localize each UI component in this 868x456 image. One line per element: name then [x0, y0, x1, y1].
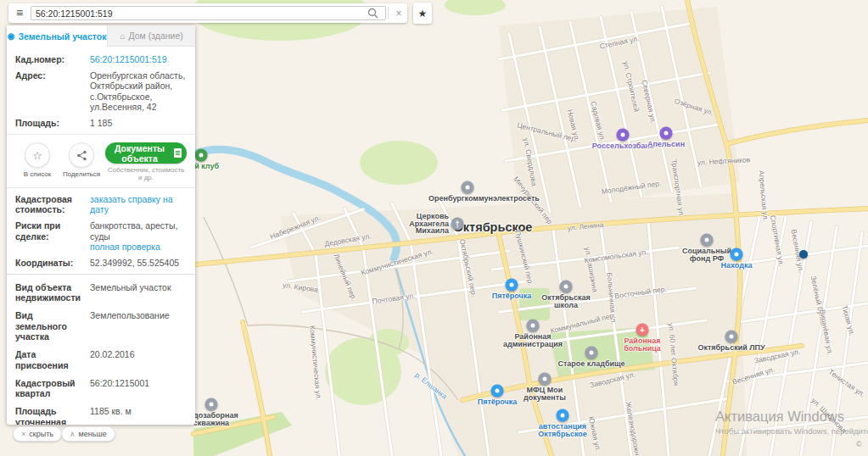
row-value-text: 1 185: [90, 118, 112, 128]
row-label: Кад.номер:: [15, 54, 90, 65]
object-documents-button[interactable]: Документы объекта: [105, 142, 187, 164]
info-row: Риски при сделке:банкротства, аресты, су…: [15, 220, 187, 253]
search-icon[interactable]: [364, 8, 381, 19]
orenburgkommunelektroset-label: Оренбургкоммунэлектросеть: [428, 195, 507, 203]
row-label: Вид объекта недвижимости: [15, 282, 90, 303]
street-label-36: Тенистая ул.: [827, 368, 867, 399]
row-value-text: Земельный участок: [90, 282, 171, 292]
staroe-kladbishche-icon[interactable]: [585, 347, 598, 359]
street-label-7: ул. Свердлова: [522, 137, 539, 186]
share-button[interactable]: Поделиться: [59, 142, 104, 178]
tab-land-parcel[interactable]: ◉ Земельный участок: [7, 25, 107, 47]
church-arhangela-mihaila-icon[interactable]: †: [451, 218, 464, 231]
row-label: Дата присвоения: [15, 349, 90, 370]
row-value-link[interactable]: 56:20:1215001:519: [90, 54, 167, 64]
street-label-6: Садовая ул.: [589, 100, 607, 142]
row-label: Вид земельного участка: [15, 310, 90, 342]
street-label-38: Железнодорожная ул.: [624, 401, 645, 456]
object-info-panel: ◉ Земельный участок ⌂ Дом (здание) Кад.н…: [7, 25, 195, 425]
orenburgkommunelektroset-icon[interactable]: [462, 181, 474, 194]
street-label-18: Линейный пер.: [332, 253, 358, 302]
row-value: Земельный участок: [90, 282, 187, 303]
favorites-button[interactable]: ★: [413, 3, 432, 24]
row-value-text: 56:20:1215001: [90, 378, 149, 388]
land-parcel-icon: ◉: [8, 31, 15, 41]
socialnyy-fond-rf-icon[interactable]: [701, 234, 714, 247]
street-label-20: Октябрьский пер.: [458, 238, 479, 298]
apelsin-label: Апельсин: [647, 141, 685, 148]
pyaterochka-south-icon[interactable]: [491, 385, 504, 398]
rows-info: Кадастровая стоимость:заказать справку н…: [15, 194, 187, 269]
info-row: Кадастровая стоимость:заказать справку н…: [15, 194, 187, 215]
rayonnaya-bolnica-icon[interactable]: +: [636, 324, 649, 336]
row-value: 56:20:1215001:519: [90, 54, 187, 65]
info-row: Вид объекта недвижимостиЗемельный участо…: [15, 282, 187, 303]
rows-main: Кад.номер:56:20:1215001:519Адрес:Оренбур…: [15, 54, 187, 129]
less-label: меньше: [79, 430, 107, 438]
oktyabrskaya-shkola-icon[interactable]: [560, 281, 573, 293]
street-label-17: Почтовая ул.: [372, 291, 416, 305]
app-window: Октябрьское Степная ул.ул. СтроителейСев…: [0, 0, 868, 456]
street-label-25: Восточный пер.: [614, 285, 668, 300]
street-label-0: Степная ул.: [599, 34, 640, 51]
info-row: Площадь:1 185: [15, 118, 187, 129]
row-value: банкротства, аресты, судыполная проверка: [90, 220, 187, 253]
staroe-kladbishche-label: Старое кладбище: [557, 360, 624, 368]
info-row: Дата присвоения20.02.2016: [15, 349, 187, 370]
add-to-list-label: В список: [15, 170, 59, 178]
row-label: Координаты:: [15, 258, 90, 269]
nahodka-icon[interactable]: [731, 248, 743, 261]
row-value-text: банкротства, аресты, суды: [90, 220, 177, 242]
rosselhozbank-icon[interactable]: [617, 129, 630, 142]
copyright-mark: ©: [856, 440, 862, 448]
pyaterochka-south-label: Пятёрочка: [478, 398, 518, 406]
country-club-icon[interactable]: [195, 149, 208, 162]
mfc-moi-dokumenty-icon[interactable]: [539, 373, 552, 386]
street-label-14: Набережная ул.: [269, 214, 322, 242]
row-label: Площадь:: [15, 118, 90, 129]
search-input[interactable]: [36, 8, 364, 19]
share-label: Поделиться: [59, 170, 104, 178]
star-icon[interactable]: ☆: [25, 142, 50, 168]
nahodka-label: Находка: [721, 262, 753, 270]
street-label-37: ул. Шибанова: [809, 396, 848, 434]
rayonnaya-administraciya-icon[interactable]: [527, 320, 540, 332]
street-label-30: ул. 60 лет Октября: [667, 323, 680, 386]
docs-button-label: Документы объекта: [110, 143, 169, 164]
street-label-3: Озёрная ул.: [674, 97, 714, 117]
street-label-2: Северная ул.: [641, 79, 658, 124]
share-icon[interactable]: [69, 142, 94, 168]
street-label-22: ул. Каширина: [583, 247, 599, 293]
info-row: Кад.номер:56:20:1215001:519: [15, 54, 187, 65]
vodozabornaya-skvazhina-icon[interactable]: [205, 398, 218, 411]
hide-panel-button[interactable]: × скрыть: [13, 426, 62, 442]
row-value: 1 185: [90, 118, 187, 129]
row-value-text: Землепользование: [90, 310, 170, 320]
tab-building[interactable]: ⌂ Дом (здание): [107, 25, 195, 47]
row-value: 56:20:1215001: [90, 378, 187, 399]
river-label-41: р. Елшанка: [413, 370, 449, 401]
oktyabrskiy-lpu-icon[interactable]: [725, 331, 738, 343]
divider: [388, 8, 389, 19]
oktyabrskiy-lpu-label: Октябрьский ЛПУ: [697, 344, 764, 352]
info-row: Площадь уточненная1185 кв. м: [15, 406, 187, 425]
row-link[interactable]: заказать справку на дату: [90, 194, 173, 215]
pyaterochka-north-icon[interactable]: [506, 279, 518, 292]
docs-caption: Собственник, стоимость и др.: [105, 166, 187, 181]
search-field[interactable]: [31, 6, 386, 20]
collapse-panel-button[interactable]: ∧ меньше: [61, 426, 115, 442]
add-to-list-button[interactable]: ☆ В список: [15, 142, 59, 178]
apelsin-icon[interactable]: [660, 127, 673, 140]
panel-body: Кад.номер:56:20:1215001:519Адрес:Оренбур…: [7, 47, 195, 425]
clear-search-icon[interactable]: ×: [390, 8, 407, 19]
rows-details: Вид объекта недвижимостиЗемельный участо…: [15, 282, 187, 425]
building-icon: ⌂: [120, 31, 125, 41]
parcel-marker[interactable]: [799, 250, 808, 259]
info-row: Адрес:Оренбургская область, Октябрьский …: [15, 70, 187, 113]
avtostanciya-oktyabrskoe-icon[interactable]: [557, 409, 569, 422]
street-label-39: Весенняя ул.: [731, 364, 776, 386]
row-link[interactable]: полная проверка: [90, 242, 160, 252]
menu-icon[interactable]: ≡: [8, 3, 31, 23]
street-label-21: Пушкинский пер.: [513, 229, 535, 286]
row-value: заказать справку на дату: [90, 194, 187, 215]
